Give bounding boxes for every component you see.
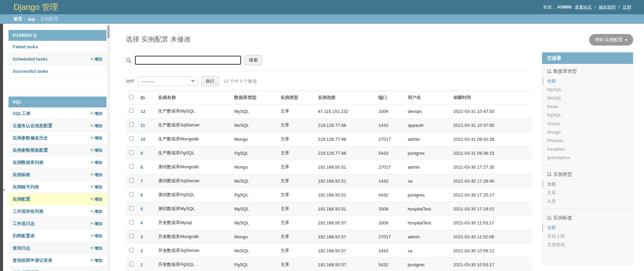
sidebar-scrollbar[interactable] <box>107 24 110 271</box>
filter-option[interactable]: Mongo <box>542 128 633 136</box>
sidebar-item-link[interactable]: 查询日志 <box>13 245 30 251</box>
row-id-link[interactable]: 12 <box>140 109 145 114</box>
filter-option-link[interactable]: - <box>547 251 548 256</box>
filter-option[interactable]: PgSQL <box>542 111 633 119</box>
sidebar-add-link[interactable]: +增加 <box>90 184 102 190</box>
sidebar-add-link[interactable]: +增加 <box>90 172 102 178</box>
sidebar-item[interactable]: 归档配置表+增加 <box>9 230 106 242</box>
filter-option[interactable]: - <box>542 249 633 257</box>
filter-option-link[interactable]: MySQL <box>547 87 562 92</box>
filter-option-link[interactable]: Redis <box>547 104 558 109</box>
sidebar-item-link[interactable]: Scheduled tasks <box>13 56 48 62</box>
filter-option[interactable]: 支持上线 <box>542 232 633 240</box>
filter-option-link[interactable]: Oracle <box>547 121 560 126</box>
row-id-link[interactable]: 9 <box>140 151 143 156</box>
sidebar-item-link[interactable]: 实例参数修改历史 <box>13 135 48 141</box>
filter-option[interactable]: MsSQL <box>542 94 633 102</box>
row-id-link[interactable]: 5 <box>140 206 143 211</box>
sidebar-item[interactable]: 实例配置+增加 <box>9 193 106 205</box>
sidebar-add-link[interactable]: +增加 <box>90 56 102 62</box>
sidebar-add-link[interactable]: +增加 <box>90 208 102 215</box>
sidebar-add-link[interactable]: +增加 <box>90 233 102 239</box>
change-password-link[interactable]: 修改密码 <box>599 5 616 10</box>
row-id-link[interactable]: 1 <box>140 262 143 267</box>
row-id-link[interactable]: 10 <box>140 137 145 142</box>
row-checkbox[interactable] <box>129 136 134 141</box>
column-header-db-type[interactable]: 数据库类型 <box>231 91 277 104</box>
filter-option-link[interactable]: PgSQL <box>547 113 561 118</box>
filter-option[interactable]: Phoenix <box>542 136 633 145</box>
sidebar-item[interactable]: 查询权限申请记录表+增加 <box>9 254 106 267</box>
row-checkbox[interactable] <box>129 108 134 113</box>
sidebar-add-link[interactable]: +增加 <box>90 135 102 141</box>
filter-option-link[interactable]: 支持上线 <box>547 234 565 239</box>
row-id-link[interactable]: 6 <box>140 192 143 198</box>
filter-option[interactable]: 全部 <box>542 223 633 232</box>
sidebar-add-link[interactable]: +增加 <box>90 270 102 271</box>
sidebar-item[interactable]: 查询权限记录+增加 <box>9 267 106 271</box>
row-checkbox[interactable] <box>129 248 134 252</box>
sidebar-item[interactable]: Failed tasks <box>9 41 106 53</box>
add-instance-button[interactable]: 增加 实例配置 + <box>589 34 633 46</box>
filter-option-link[interactable]: MsSQL <box>547 96 562 101</box>
filter-option-link[interactable]: goInception <box>547 155 570 160</box>
go-button[interactable]: 执行 <box>201 76 219 86</box>
logout-link[interactable]: 注销 <box>623 5 631 10</box>
sidebar-item-link[interactable]: 实例配置 <box>13 196 30 202</box>
filter-option-link[interactable]: 全部 <box>547 182 556 187</box>
sidebar-item-link[interactable]: 云服务认证信息配置 <box>13 123 52 129</box>
row-id-link[interactable]: 3 <box>140 234 143 239</box>
site-brand[interactable]: Django 管理 <box>14 2 58 13</box>
sidebar-item[interactable]: 实例参数修改历史+增加 <box>9 132 106 144</box>
sidebar-item-link[interactable]: Successful tasks <box>13 69 49 74</box>
filter-option-link[interactable]: Phoenix <box>547 138 563 143</box>
sidebar-item[interactable]: Scheduled tasks+增加 <box>9 53 106 65</box>
sidebar-item[interactable]: 工作流审批列表+增加 <box>9 205 106 218</box>
sidebar-add-link[interactable]: +增加 <box>90 159 102 166</box>
filter-option[interactable]: goInception <box>542 153 633 162</box>
sidebar-item[interactable]: 实例数据库列表+增加 <box>9 156 106 169</box>
filter-option[interactable]: 主库 <box>542 188 633 197</box>
filter-option[interactable]: 支持查询 <box>542 240 633 249</box>
column-header-user[interactable]: 用户名 <box>404 91 450 104</box>
filter-option-link[interactable]: 从库 <box>547 199 556 204</box>
filter-option[interactable]: MySQL <box>542 85 633 94</box>
sidebar-add-link[interactable]: +增加 <box>90 123 102 129</box>
sidebar-item-link[interactable]: 归档配置表 <box>13 233 35 239</box>
sidebar-item[interactable]: 工作流日志+增加 <box>9 218 106 230</box>
row-checkbox[interactable] <box>129 234 134 238</box>
sidebar-add-link[interactable]: +增加 <box>90 111 102 117</box>
row-id-link[interactable]: 7 <box>140 179 143 184</box>
row-id-link[interactable]: 8 <box>140 165 143 170</box>
filter-option-link[interactable]: Mongo <box>547 130 561 135</box>
sidebar-item-link[interactable]: 实例数据库列表 <box>13 159 44 166</box>
row-checkbox[interactable] <box>129 262 134 266</box>
row-checkbox[interactable] <box>129 178 134 183</box>
filter-option-link[interactable]: 主库 <box>547 190 556 195</box>
filter-option[interactable]: Inception <box>542 145 633 153</box>
sidebar-item-link[interactable]: 工作流日志 <box>13 221 35 227</box>
select-all-checkbox[interactable] <box>129 95 134 99</box>
row-checkbox[interactable] <box>129 192 134 197</box>
filter-option[interactable]: Redis <box>542 102 633 111</box>
sidebar-item[interactable]: Successful tasks <box>9 65 106 78</box>
filter-option-link[interactable]: 全部 <box>547 79 556 84</box>
filter-option[interactable]: 从库 <box>542 197 633 205</box>
window-scrollbar[interactable] <box>0 24 3 271</box>
filter-option[interactable]: Oracle <box>542 119 633 128</box>
row-checkbox[interactable] <box>129 150 134 155</box>
row-id-link[interactable]: 4 <box>140 220 143 225</box>
sidebar-item-link[interactable]: 查询权限申请记录表 <box>13 257 52 264</box>
filter-option-link[interactable]: Inception <box>547 147 565 152</box>
sidebar-item[interactable]: 实例参数模板配置+增加 <box>9 144 106 156</box>
breadcrumb-home-link[interactable]: 首页 <box>14 16 22 22</box>
sidebar-item-link[interactable]: 查询权限记录 <box>13 270 39 271</box>
row-checkbox[interactable] <box>129 164 134 169</box>
column-header-port[interactable]: 端口 <box>375 91 404 104</box>
sidebar-scrollbar-thumb[interactable] <box>107 26 109 38</box>
sidebar-add-link[interactable]: +增加 <box>90 257 102 264</box>
row-checkbox[interactable] <box>129 206 134 210</box>
sidebar-add-link[interactable]: +增加 <box>90 196 102 202</box>
sidebar-item-link[interactable]: SQL工单 <box>13 111 31 117</box>
sidebar-item[interactable]: 实例标签+增加 <box>9 169 106 181</box>
